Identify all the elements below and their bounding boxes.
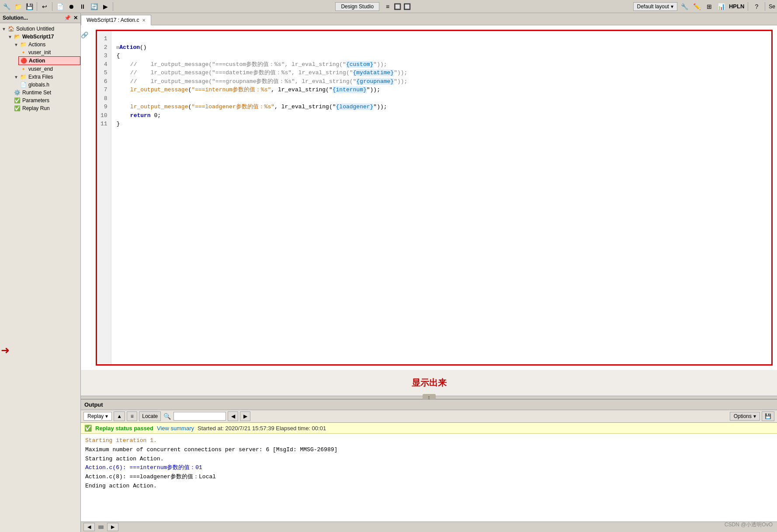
close-icon[interactable]: ✕	[73, 15, 78, 21]
solution-panel-header-icons: 📌 ✕	[64, 15, 78, 21]
tree-arrow-webscript: ▼	[8, 35, 12, 39]
line-num-6: 6	[99, 77, 109, 86]
options-label: Options	[734, 413, 752, 419]
line-num-11: 11	[99, 120, 109, 128]
solution-panel-title: Solution...	[3, 15, 28, 21]
design-studio-button[interactable]: Design Studio	[335, 2, 379, 11]
sidebar-item-action[interactable]: 🔴 Action	[18, 56, 80, 65]
solution-panel-header: Solution... 📌 ✕	[0, 13, 80, 23]
toolbar-icon-11[interactable]: 🔲	[402, 2, 412, 11]
toolbar-icon-15[interactable]: 📊	[717, 2, 726, 11]
toolbar-icon-13[interactable]: ✏️	[692, 2, 702, 11]
tab-label: WebScript17 : Action.c	[87, 17, 139, 23]
replay-run-label: Replay Run	[22, 105, 50, 111]
webscript-icon: 📂	[14, 34, 21, 40]
default-layout-button[interactable]: Default layout ▾	[633, 2, 677, 11]
toolbar-icon-2[interactable]: 💾	[24, 2, 34, 11]
link-icon: 🔗	[81, 31, 88, 38]
sidebar-item-vuser-end[interactable]: 🔸 vuser_end	[18, 65, 80, 73]
toolbar-icon-12[interactable]: 🔧	[680, 2, 690, 11]
output-nav-next-btn[interactable]: ▶	[240, 411, 250, 421]
bottom-nav-prev-btn[interactable]: ◀	[83, 523, 95, 531]
view-summary-link[interactable]: View summary	[157, 425, 194, 432]
line-numbers: 1 2 3 4 5 6 7 8 9 10 11	[97, 31, 111, 364]
output-save-btn[interactable]: 💾	[762, 411, 774, 421]
toolbar-icon-4[interactable]: 📄	[55, 2, 65, 11]
output-dropdown[interactable]: Replay ▾	[83, 412, 112, 421]
csdn-watermark: CSDN @小透明OvO	[725, 521, 773, 529]
toolbar-icon-6[interactable]: ⏸	[78, 2, 87, 11]
sidebar-item-runtime[interactable]: ⚙️ Runtime Set	[12, 89, 80, 97]
tree-arrow-solution: ▼	[2, 27, 6, 31]
sep-5	[765, 2, 765, 11]
sidebar-item-webscript[interactable]: ▼ 📂 WebScript17	[6, 33, 80, 41]
bottom-nav: ◀ ▶	[81, 522, 777, 532]
sidebar-item-parameters[interactable]: ✅ Parameters	[12, 97, 80, 104]
output-options-btn[interactable]: Options ▾	[730, 412, 760, 421]
pin-icon[interactable]: 📌	[64, 15, 71, 21]
extra-files-icon: 📁	[20, 74, 27, 80]
output-nav-prev-btn[interactable]: ◀	[228, 411, 238, 421]
toolbar-icon-8[interactable]: ▶	[101, 2, 110, 11]
line-num-4: 4	[99, 60, 109, 69]
sidebar-item-actions[interactable]: ▼ 📁 Actions	[12, 41, 80, 48]
locate-label: Locate	[142, 413, 158, 419]
resize-handle[interactable]: ↕	[81, 396, 777, 399]
toolbar-icon-14[interactable]: ⊞	[704, 2, 714, 11]
help-icon[interactable]: ?	[752, 2, 761, 11]
scrollbar-indicator[interactable]	[98, 525, 104, 529]
output-line-3: Starting action Action.	[85, 455, 773, 464]
sidebar-item-replay-run[interactable]: ✅ Replay Run	[12, 104, 80, 112]
actions-icon: 📁	[20, 41, 27, 48]
code-line-4: // lr_output_message("===datetime参数的值：%s…	[117, 69, 408, 76]
code-line-10: }	[117, 121, 120, 127]
toolbar-icon-5[interactable]: ⏺	[66, 2, 76, 11]
tab-close-icon[interactable]: ✕	[142, 18, 146, 23]
hpln-label: HPLN	[729, 3, 744, 10]
toolbar-icon-1[interactable]: 📁	[13, 2, 23, 11]
output-up-btn[interactable]: ▲	[114, 411, 125, 421]
output-list-btn[interactable]: ≡	[127, 411, 137, 421]
code-editor-inner: 1 2 3 4 5 6 7 8 9 10 11 ⊟Action() { // l…	[96, 30, 773, 366]
tree-arrow-extra: ▼	[14, 75, 18, 79]
vuser-init-label: vuser_init	[28, 49, 51, 55]
bottom-nav-next-btn[interactable]: ▶	[107, 523, 118, 531]
sep-4	[748, 2, 748, 11]
sidebar-item-vuser-init[interactable]: 🔸 vuser_init	[18, 48, 80, 56]
toolbar-center: Design Studio ≡ 🔲 🔲	[116, 2, 631, 11]
output-locate-btn[interactable]: Locate	[139, 411, 161, 421]
code-line-1: ⊟Action()	[117, 44, 147, 51]
sidebar-item-solution[interactable]: ▼ 🏠 Solution Untitled	[0, 25, 80, 33]
line-num-8: 8	[99, 94, 109, 103]
output-dropdown-label: Replay	[87, 413, 104, 419]
sidebar-item-extra-files[interactable]: ▼ 📁 Extra Files	[12, 73, 80, 81]
chevron-down-icon-2: ▾	[105, 413, 108, 419]
code-content[interactable]: ⊟Action() { // lr_output_message("===cus…	[111, 31, 771, 364]
toolbar-icon-10[interactable]: 🔲	[392, 2, 402, 11]
action-label: Action	[29, 58, 45, 64]
solution-label: Solution Untitled	[16, 26, 54, 32]
code-line-9: return 0;	[117, 112, 161, 119]
globals-label: globals.h	[28, 82, 49, 88]
output-line-6: Ending action Action.	[85, 482, 773, 491]
toolbar-icon-7[interactable]: 🔄	[89, 2, 99, 11]
toolbar-icon-3[interactable]: ↩	[40, 2, 49, 11]
vuser-end-icon: 🔸	[20, 66, 27, 72]
tab-action-c[interactable]: WebScript17 : Action.c ✕	[81, 15, 151, 25]
action-icon: 🔴	[21, 58, 27, 64]
app-icon[interactable]: 🔧	[2, 2, 11, 11]
chevron-down-icon: ▾	[671, 3, 673, 10]
code-line-3: // lr_output_message("===custom参数的值：%s",…	[117, 61, 387, 68]
default-layout-label: Default layout	[637, 3, 669, 10]
output-content: Starting iteration 1. Maximum number of …	[81, 434, 777, 522]
sidebar-item-globals[interactable]: 📄 globals.h	[18, 81, 80, 89]
code-editor: 🔗 1 2 3 4 5 6 7 8 9 10 11 ⊟Action() { //	[81, 25, 777, 370]
code-line-8: lr_output_message("===loadgener参数的值：%s",…	[117, 104, 387, 110]
save-icon: 💾	[765, 413, 771, 419]
output-search-input[interactable]	[173, 412, 226, 421]
output-status-bar: ✅ Replay status passed View summary Star…	[81, 423, 777, 434]
toolbar-icon-9[interactable]: ≡	[383, 2, 392, 11]
webscript-label: WebScript17	[22, 34, 54, 40]
sep-3	[113, 2, 113, 11]
parameters-label: Parameters	[22, 97, 49, 104]
